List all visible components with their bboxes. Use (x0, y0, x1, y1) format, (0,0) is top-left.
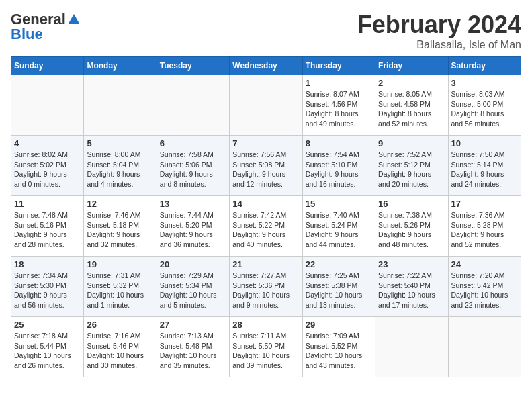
calendar-week-row: 11Sunrise: 7:48 AM Sunset: 5:16 PM Dayli… (11, 196, 521, 257)
day-number: 8 (306, 138, 372, 148)
day-number: 29 (306, 320, 372, 330)
day-info: Sunrise: 7:48 AM Sunset: 5:16 PM Dayligh… (14, 210, 81, 250)
calendar-cell: 7Sunrise: 7:56 AM Sunset: 5:08 PM Daylig… (230, 136, 302, 196)
day-number: 17 (451, 199, 518, 209)
weekday-header-friday: Friday (375, 57, 448, 75)
day-info: Sunrise: 8:03 AM Sunset: 5:00 PM Dayligh… (451, 89, 518, 129)
day-info: Sunrise: 7:27 AM Sunset: 5:36 PM Dayligh… (232, 271, 299, 310)
day-info: Sunrise: 7:36 AM Sunset: 5:28 PM Dayligh… (451, 210, 518, 250)
day-info: Sunrise: 7:38 AM Sunset: 5:26 PM Dayligh… (378, 210, 445, 250)
calendar-cell: 22Sunrise: 7:25 AM Sunset: 5:38 PM Dayli… (302, 257, 375, 317)
calendar-cell: 21Sunrise: 7:27 AM Sunset: 5:36 PM Dayli… (230, 257, 302, 317)
logo-icon (67, 13, 81, 26)
calendar-cell: 28Sunrise: 7:11 AM Sunset: 5:50 PM Dayli… (230, 317, 302, 377)
calendar-cell: 26Sunrise: 7:16 AM Sunset: 5:46 PM Dayli… (84, 317, 157, 377)
day-number: 24 (451, 259, 518, 269)
calendar-cell (375, 317, 448, 377)
day-number: 27 (160, 320, 226, 330)
day-number: 6 (160, 138, 226, 148)
svg-marker-0 (69, 14, 79, 24)
day-info: Sunrise: 7:20 AM Sunset: 5:42 PM Dayligh… (451, 271, 518, 310)
calendar-cell (230, 75, 302, 136)
calendar-cell: 23Sunrise: 7:22 AM Sunset: 5:40 PM Dayli… (375, 257, 448, 317)
day-info: Sunrise: 7:46 AM Sunset: 5:18 PM Dayligh… (87, 210, 153, 250)
weekday-header-tuesday: Tuesday (157, 57, 229, 75)
day-info: Sunrise: 7:58 AM Sunset: 5:06 PM Dayligh… (160, 150, 226, 189)
day-number: 23 (378, 259, 445, 269)
day-number: 25 (14, 320, 81, 330)
calendar-cell: 13Sunrise: 7:44 AM Sunset: 5:20 PM Dayli… (157, 196, 229, 257)
day-info: Sunrise: 7:56 AM Sunset: 5:08 PM Dayligh… (232, 150, 299, 189)
title-area: February 2024 Ballasalla, Isle of Man (357, 11, 521, 51)
day-number: 13 (160, 199, 226, 209)
day-info: Sunrise: 7:40 AM Sunset: 5:24 PM Dayligh… (306, 210, 372, 250)
day-number: 18 (14, 259, 81, 269)
day-number: 3 (451, 78, 518, 88)
weekday-header-wednesday: Wednesday (230, 57, 302, 75)
day-number: 12 (87, 199, 153, 209)
day-number: 4 (14, 138, 81, 148)
calendar-cell: 1Sunrise: 8:07 AM Sunset: 4:56 PM Daylig… (302, 75, 375, 136)
calendar-cell: 15Sunrise: 7:40 AM Sunset: 5:24 PM Dayli… (302, 196, 375, 257)
weekday-header-thursday: Thursday (302, 57, 375, 75)
calendar-cell: 4Sunrise: 8:02 AM Sunset: 5:02 PM Daylig… (11, 136, 84, 196)
calendar-cell: 16Sunrise: 7:38 AM Sunset: 5:26 PM Dayli… (375, 196, 448, 257)
calendar-cell: 20Sunrise: 7:29 AM Sunset: 5:34 PM Dayli… (157, 257, 229, 317)
calendar-week-row: 1Sunrise: 8:07 AM Sunset: 4:56 PM Daylig… (11, 75, 521, 136)
day-number: 15 (306, 199, 372, 209)
calendar-cell (157, 75, 229, 136)
day-info: Sunrise: 7:11 AM Sunset: 5:50 PM Dayligh… (232, 331, 299, 371)
calendar-cell (11, 75, 84, 136)
calendar-cell: 10Sunrise: 7:50 AM Sunset: 5:14 PM Dayli… (448, 136, 521, 196)
day-info: Sunrise: 7:50 AM Sunset: 5:14 PM Dayligh… (451, 150, 518, 189)
day-number: 21 (232, 259, 299, 269)
day-number: 19 (87, 259, 153, 269)
day-number: 16 (378, 199, 445, 209)
day-number: 22 (306, 259, 372, 269)
day-info: Sunrise: 7:25 AM Sunset: 5:38 PM Dayligh… (306, 271, 372, 310)
title-location: Ballasalla, Isle of Man (357, 39, 521, 51)
calendar-cell: 9Sunrise: 7:52 AM Sunset: 5:12 PM Daylig… (375, 136, 448, 196)
calendar-cell: 29Sunrise: 7:09 AM Sunset: 5:52 PM Dayli… (302, 317, 375, 377)
day-number: 2 (378, 78, 445, 88)
day-number: 7 (232, 138, 299, 148)
weekday-header-row: SundayMondayTuesdayWednesdayThursdayFrid… (11, 57, 521, 75)
day-number: 11 (14, 199, 81, 209)
calendar-cell (84, 75, 157, 136)
day-info: Sunrise: 7:44 AM Sunset: 5:20 PM Dayligh… (160, 210, 226, 250)
weekday-header-sunday: Sunday (11, 57, 84, 75)
day-number: 1 (306, 78, 372, 88)
day-info: Sunrise: 8:00 AM Sunset: 5:04 PM Dayligh… (87, 150, 153, 189)
calendar-cell: 14Sunrise: 7:42 AM Sunset: 5:22 PM Dayli… (230, 196, 302, 257)
calendar-cell: 24Sunrise: 7:20 AM Sunset: 5:42 PM Dayli… (448, 257, 521, 317)
calendar-cell (448, 317, 521, 377)
day-info: Sunrise: 8:07 AM Sunset: 4:56 PM Dayligh… (306, 89, 372, 129)
title-month: February 2024 (357, 11, 521, 39)
calendar-cell: 12Sunrise: 7:46 AM Sunset: 5:18 PM Dayli… (84, 196, 157, 257)
day-number: 10 (451, 138, 518, 148)
calendar-cell: 17Sunrise: 7:36 AM Sunset: 5:28 PM Dayli… (448, 196, 521, 257)
calendar-cell: 18Sunrise: 7:34 AM Sunset: 5:30 PM Dayli… (11, 257, 84, 317)
calendar-cell: 3Sunrise: 8:03 AM Sunset: 5:00 PM Daylig… (448, 75, 521, 136)
day-info: Sunrise: 7:13 AM Sunset: 5:48 PM Dayligh… (160, 331, 226, 371)
day-info: Sunrise: 7:34 AM Sunset: 5:30 PM Dayligh… (14, 271, 81, 310)
calendar-cell: 25Sunrise: 7:18 AM Sunset: 5:44 PM Dayli… (11, 317, 84, 377)
calendar-cell: 27Sunrise: 7:13 AM Sunset: 5:48 PM Dayli… (157, 317, 229, 377)
calendar-cell: 19Sunrise: 7:31 AM Sunset: 5:32 PM Dayli… (84, 257, 157, 317)
day-info: Sunrise: 7:42 AM Sunset: 5:22 PM Dayligh… (232, 210, 299, 250)
calendar-cell: 5Sunrise: 8:00 AM Sunset: 5:04 PM Daylig… (84, 136, 157, 196)
calendar-week-row: 18Sunrise: 7:34 AM Sunset: 5:30 PM Dayli… (11, 257, 521, 317)
day-info: Sunrise: 8:05 AM Sunset: 4:58 PM Dayligh… (378, 89, 445, 129)
calendar-week-row: 25Sunrise: 7:18 AM Sunset: 5:44 PM Dayli… (11, 317, 521, 377)
weekday-header-saturday: Saturday (448, 57, 521, 75)
day-info: Sunrise: 7:22 AM Sunset: 5:40 PM Dayligh… (378, 271, 445, 310)
day-info: Sunrise: 7:52 AM Sunset: 5:12 PM Dayligh… (378, 150, 445, 189)
day-number: 20 (160, 259, 226, 269)
day-number: 28 (232, 320, 299, 330)
day-number: 14 (232, 199, 299, 209)
day-info: Sunrise: 7:16 AM Sunset: 5:46 PM Dayligh… (87, 331, 153, 371)
logo: General Blue (11, 11, 81, 43)
day-info: Sunrise: 7:18 AM Sunset: 5:44 PM Dayligh… (14, 331, 81, 371)
weekday-header-monday: Monday (84, 57, 157, 75)
calendar-cell: 6Sunrise: 7:58 AM Sunset: 5:06 PM Daylig… (157, 136, 229, 196)
